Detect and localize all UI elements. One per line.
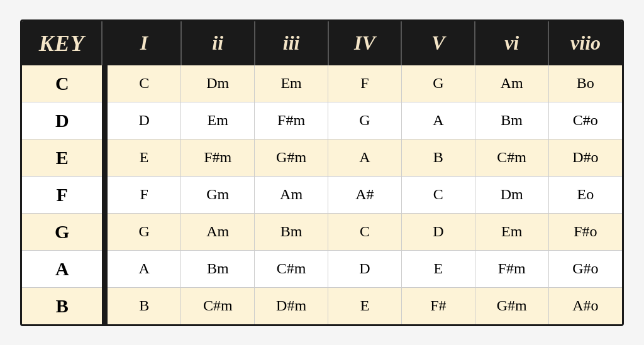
chord-cell-iii: D#m [255,287,328,324]
chord-cell-I: F [108,176,181,213]
divider-cell [102,139,107,176]
chord-cell-vi: G#m [475,287,548,324]
table-row: AABmC#mDEF#mG#o [22,250,622,287]
chord-cell-iii: F#m [255,102,328,139]
chord-cell-V: G [401,65,475,102]
chord-cell-iii: Em [255,65,328,102]
col-V-header: V [401,21,475,65]
chord-cell-I: C [108,65,181,102]
chord-cell-ii: Dm [181,65,255,102]
table-row: FFGmAmA#CDmEo [22,176,622,213]
table-row: GGAmBmCDEmF#o [22,213,622,250]
chord-cell-viio: C#o [548,102,622,139]
chord-cell-IV: A# [328,176,402,213]
key-cell: E [22,139,102,176]
chord-cell-ii: C#m [181,287,255,324]
chord-cell-V: D [401,213,475,250]
chord-cell-I: A [108,250,181,287]
chord-cell-IV: A [328,139,402,176]
chord-cell-viio: Eo [548,176,622,213]
col-IV-header: IV [328,21,402,65]
chord-cell-ii: Bm [181,250,255,287]
col-I-header: I [108,21,181,65]
col-ii-header: ii [181,21,255,65]
chord-cell-vi: C#m [475,139,548,176]
key-cell: B [22,287,102,324]
chord-cell-V: C [401,176,475,213]
key-cell: A [22,250,102,287]
chord-cell-ii: Gm [181,176,255,213]
chord-cell-vi: Am [475,65,548,102]
chord-cell-V: B [401,139,475,176]
table-row: CCDmEmFGAmBo [22,65,622,102]
chord-cell-iii: G#m [255,139,328,176]
chord-cell-iii: C#m [255,250,328,287]
chord-table-wrapper: KEY I ii iii IV V vi viio CCDmEmFGAmBoDD… [20,19,624,326]
chord-cell-vi: Dm [475,176,548,213]
divider-cell [102,102,107,139]
chord-cell-vi: Bm [475,102,548,139]
divider-cell [102,250,107,287]
chord-cell-V: F# [401,287,475,324]
chord-cell-viio: A#o [548,287,622,324]
chord-cell-IV: E [328,287,402,324]
chord-cell-ii: Em [181,102,255,139]
key-cell: D [22,102,102,139]
divider-cell [102,287,107,324]
key-cell: C [22,65,102,102]
col-vi-header: vi [475,21,548,65]
divider-header [102,21,107,65]
chord-cell-I: E [108,139,181,176]
chord-cell-V: E [401,250,475,287]
col-viio-header: viio [548,21,622,65]
chord-cell-IV: F [328,65,402,102]
chord-cell-IV: C [328,213,402,250]
divider-cell [102,176,107,213]
chord-cell-V: A [401,102,475,139]
chord-cell-ii: Am [181,213,255,250]
table-row: DDEmF#mGABmC#o [22,102,622,139]
key-cell: F [22,176,102,213]
chord-cell-vi: F#m [475,250,548,287]
chord-cell-IV: D [328,250,402,287]
table-row: EEF#mG#mABC#mD#o [22,139,622,176]
chord-cell-iii: Bm [255,213,328,250]
key-column-header: KEY [22,21,102,65]
chord-cell-viio: G#o [548,250,622,287]
chord-cell-vi: Em [475,213,548,250]
table-row: BBC#mD#mEF#G#mA#o [22,287,622,324]
chord-cell-I: D [108,102,181,139]
chord-cell-ii: F#m [181,139,255,176]
chord-cell-viio: F#o [548,213,622,250]
key-cell: G [22,213,102,250]
chord-cell-iii: Am [255,176,328,213]
chord-cell-IV: G [328,102,402,139]
col-iii-header: iii [255,21,328,65]
chord-cell-I: G [108,213,181,250]
divider-cell [102,65,107,102]
chord-cell-I: B [108,287,181,324]
divider-cell [102,213,107,250]
chord-cell-viio: D#o [548,139,622,176]
chord-cell-viio: Bo [548,65,622,102]
chord-table: KEY I ii iii IV V vi viio CCDmEmFGAmBoDD… [22,21,622,324]
header-row: KEY I ii iii IV V vi viio [22,21,622,65]
